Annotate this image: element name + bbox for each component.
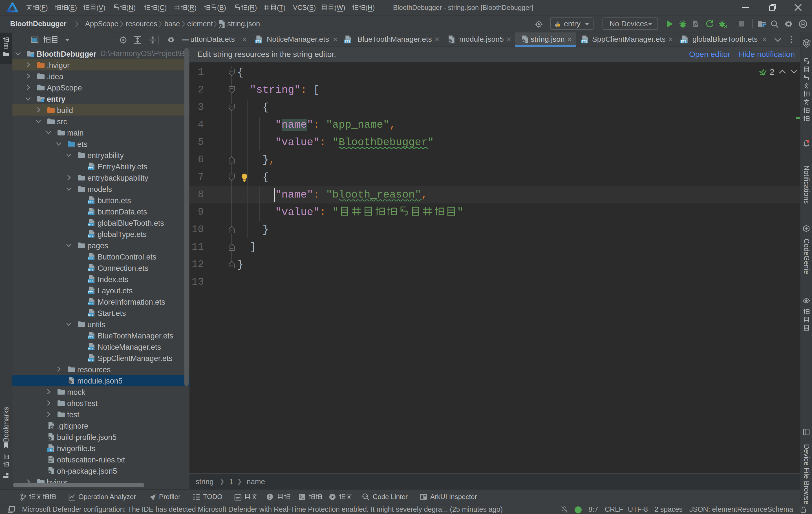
svg-text:ETS: ETS <box>88 336 93 339</box>
svg-text:ETS: ETS <box>88 279 93 282</box>
svg-text:ETS: ETS <box>88 291 93 294</box>
svg-text:ETS: ETS <box>88 257 93 260</box>
svg-text:ETS: ETS <box>88 313 93 316</box>
svg-text:ETS: ETS <box>88 223 93 226</box>
svg-text:ETS: ETS <box>88 347 93 350</box>
svg-text:TS: TS <box>48 448 52 451</box>
svg-text:ETS: ETS <box>88 268 93 271</box>
svg-text:ETS: ETS <box>88 358 93 361</box>
svg-text:ETS: ETS <box>88 167 93 170</box>
svg-text:ETS: ETS <box>88 234 93 237</box>
svg-text:ETS: ETS <box>88 212 93 215</box>
svg-text:ETS: ETS <box>88 200 93 204</box>
svg-text:ETS: ETS <box>88 302 93 305</box>
